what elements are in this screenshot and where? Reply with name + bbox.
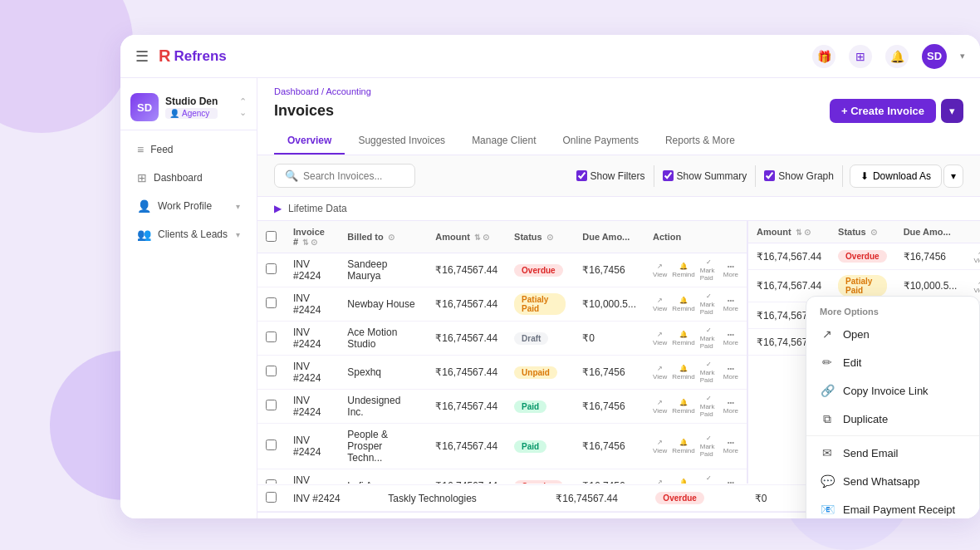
overlay-col-amount: Amount ⇅⊙ xyxy=(427,221,506,253)
sidebar-item-dashboard[interactable]: ⊞ Dashboard xyxy=(125,165,252,191)
action-view[interactable]: ↗View xyxy=(653,331,667,346)
show-graph-filter[interactable]: Show Graph xyxy=(756,165,843,187)
action-view[interactable]: ↗View xyxy=(653,439,667,454)
action-mark-paid[interactable]: ✓Mark Paid xyxy=(700,292,718,316)
create-invoice-dropdown[interactable]: ▾ xyxy=(941,99,963,123)
menu-item-email-payment-receipt[interactable]: 📧 Email Payment Receipt xyxy=(806,495,979,518)
action-remind[interactable]: 🔔Remind xyxy=(672,297,695,312)
menu-item-duplicate[interactable]: ⧉ Duplicate xyxy=(806,405,979,433)
menu-item-send-email[interactable]: ✉ Send Email xyxy=(806,439,979,467)
menu-item-copy-invoice-link[interactable]: 🔗 Copy Invoice Link xyxy=(806,376,979,405)
action-mark-paid[interactable]: ✓Mark Paid xyxy=(700,327,718,350)
action-view[interactable]: ↗View xyxy=(653,479,667,484)
email-receipt-icon: 📧 xyxy=(820,502,835,517)
row-checkbox[interactable] xyxy=(266,366,277,376)
row-checkbox[interactable] xyxy=(266,297,277,308)
lifetime-label: Lifetime Data xyxy=(288,203,347,214)
grid-icon[interactable]: ⊞ xyxy=(849,45,872,68)
hamburger-icon[interactable]: ☰ xyxy=(135,47,149,66)
right-col-due: Due Amo... xyxy=(895,221,966,243)
action-more[interactable]: •••More xyxy=(723,479,738,484)
row-checkbox[interactable] xyxy=(266,400,277,410)
action-view[interactable]: ↗View xyxy=(653,365,667,381)
menu-item-send-whatsapp[interactable]: 💬 Send Whatsapp xyxy=(806,467,979,495)
cell-invoice-num: INV #2424 xyxy=(285,356,339,390)
action-view[interactable]: ↗View xyxy=(653,297,667,312)
show-filters-filter[interactable]: Show Filters xyxy=(568,165,654,187)
table-row: INV #2424 Sandeep Maurya ₹16,74567.44 Ov… xyxy=(257,253,747,287)
action-remind[interactable]: 🔔Remind xyxy=(672,399,695,415)
action-mark-paid[interactable]: ✓Mark Paid xyxy=(700,435,718,458)
action-remind[interactable]: 🔔Remind xyxy=(672,479,695,484)
breadcrumb-dashboard[interactable]: Dashboard xyxy=(274,86,319,96)
action-more[interactable]: •••More xyxy=(723,365,738,381)
menu-label-edit: Edit xyxy=(843,356,861,369)
show-summary-filter[interactable]: Show Summary xyxy=(654,165,757,187)
avatar-chevron[interactable]: ▾ xyxy=(960,51,965,61)
right-action-view[interactable]: ↗View xyxy=(973,278,980,294)
row-checkbox[interactable] xyxy=(266,440,277,450)
studio-expand-icon[interactable]: ⌃⌄ xyxy=(239,96,247,118)
download-as-button[interactable]: ⬇ Download As xyxy=(850,165,942,188)
action-view[interactable]: ↗View xyxy=(653,399,667,415)
download-dropdown-button[interactable]: ▾ xyxy=(943,165,963,188)
show-summary-checkbox[interactable] xyxy=(663,170,674,181)
right-cell-due: ₹16,7456 xyxy=(895,243,966,270)
studio-header[interactable]: SD Studio Den 👤 Agency ⌃⌄ xyxy=(120,85,257,130)
show-filters-checkbox[interactable] xyxy=(576,170,587,181)
menu-label-copy-invoice-link: Copy Invoice Link xyxy=(843,385,929,397)
sidebar-item-clients-leads[interactable]: 👥 Clients & Leads ▾ xyxy=(125,221,252,248)
breadcrumb-accounting[interactable]: Accounting xyxy=(326,86,370,96)
overlay-select-all[interactable] xyxy=(266,231,277,242)
action-more[interactable]: •••More xyxy=(723,331,738,346)
tab-overview[interactable]: Overview xyxy=(274,128,345,155)
sidebar-item-feed[interactable]: ≡ Feed xyxy=(125,136,252,163)
right-action-view[interactable]: ↗View xyxy=(973,248,980,264)
page-title: Invoices xyxy=(274,102,334,120)
action-more[interactable]: •••More xyxy=(723,263,738,278)
sidebar-item-label-feed: Feed xyxy=(150,144,173,155)
action-mark-paid[interactable]: ✓Mark Paid xyxy=(700,258,718,282)
logo: R Refrens xyxy=(159,47,227,66)
action-more[interactable]: •••More xyxy=(723,439,738,454)
cell-due: ₹10,000.5... xyxy=(574,287,644,322)
action-view[interactable]: ↗View xyxy=(653,263,667,278)
create-invoice-button[interactable]: + Create Invoice xyxy=(830,99,936,123)
action-remind[interactable]: 🔔Remind xyxy=(672,439,695,454)
sidebar-item-work-profile[interactable]: 👤 Work Profile ▾ xyxy=(125,193,252,219)
context-menu: More Options ↗ Open ✏ Edit 🔗 Copy Invoic… xyxy=(806,296,980,518)
gift-icon[interactable]: 🎁 xyxy=(812,45,835,68)
action-mark-paid[interactable]: ✓Mark Paid xyxy=(700,395,718,418)
action-remind[interactable]: 🔔Remind xyxy=(672,365,695,381)
tab-reports-more[interactable]: Reports & More xyxy=(652,128,748,155)
logo-r: R xyxy=(159,47,170,66)
avatar[interactable]: SD xyxy=(922,44,947,69)
tab-suggested-invoices[interactable]: Suggested Invoices xyxy=(345,128,458,155)
action-remind[interactable]: 🔔Remind xyxy=(672,263,695,278)
cell-due: ₹16,7456 xyxy=(574,253,644,287)
tab-online-payments[interactable]: Online Payments xyxy=(550,128,652,155)
search-input[interactable] xyxy=(303,170,403,182)
search-box[interactable]: 🔍 xyxy=(274,164,415,188)
menu-item-open[interactable]: ↗ Open xyxy=(806,320,979,348)
table-row: INV #2424 Newbay House ₹16,74567.44 Pati… xyxy=(257,287,747,322)
lifetime-data-bar[interactable]: ▶ Lifetime Data xyxy=(257,197,980,221)
action-remind[interactable]: 🔔Remind xyxy=(672,331,695,346)
show-summary-label: Show Summary xyxy=(677,170,747,182)
row-checkbox[interactable] xyxy=(266,263,277,274)
action-mark-paid[interactable]: ✓Mark Paid xyxy=(700,474,718,484)
action-more[interactable]: •••More xyxy=(723,399,738,415)
row-checkbox[interactable] xyxy=(266,331,277,342)
bell-icon[interactable]: 🔔 xyxy=(885,45,909,68)
table-row: INV #2424 Undesigned Inc. ₹16,74567.44 P… xyxy=(257,390,747,424)
action-mark-paid[interactable]: ✓Mark Paid xyxy=(700,361,718,384)
menu-item-edit[interactable]: ✏ Edit xyxy=(806,348,979,376)
clients-leads-icon: 👥 xyxy=(137,228,151,241)
action-more[interactable]: •••More xyxy=(723,297,738,312)
row-checkbox[interactable] xyxy=(266,479,277,484)
row-checkbox[interactable] xyxy=(266,492,277,503)
right-cell-amount: ₹16,74,567.44 xyxy=(748,243,830,270)
cell-amount: ₹16,74567.44 xyxy=(427,322,506,356)
show-graph-checkbox[interactable] xyxy=(764,170,775,181)
tab-manage-client[interactable]: Manage Client xyxy=(458,128,549,155)
